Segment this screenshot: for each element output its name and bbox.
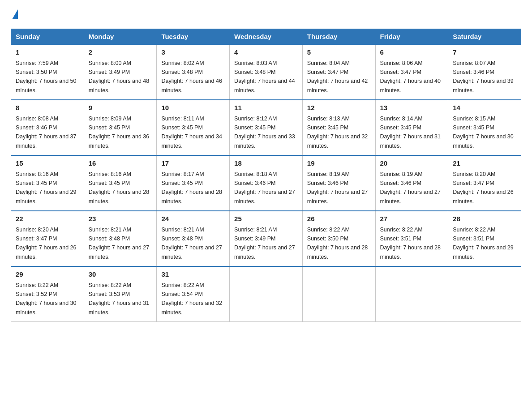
day-info: Sunrise: 8:22 AMSunset: 3:51 PMDaylight:… [380,227,441,260]
day-info: Sunrise: 8:16 AMSunset: 3:45 PMDaylight:… [89,171,150,205]
day-number: 7 [453,47,516,58]
day-number: 17 [161,158,225,169]
day-number: 31 [161,270,225,280]
calendar-cell: 31Sunrise: 8:22 AMSunset: 3:54 PMDayligh… [157,266,230,322]
day-info: Sunrise: 8:07 AMSunset: 3:46 PMDaylight:… [453,60,514,94]
day-number: 29 [16,270,79,280]
day-number: 27 [380,214,444,224]
calendar-cell: 11Sunrise: 8:12 AMSunset: 3:45 PMDayligh… [230,100,303,155]
calendar-cell: 26Sunrise: 8:22 AMSunset: 3:50 PMDayligh… [302,211,375,266]
day-number: 1 [16,47,79,58]
calendar-cell: 8Sunrise: 8:08 AMSunset: 3:46 PMDaylight… [11,100,84,155]
day-info: Sunrise: 8:02 AMSunset: 3:48 PMDaylight:… [161,60,222,94]
calendar-cell: 4Sunrise: 8:03 AMSunset: 3:48 PMDaylight… [230,44,303,100]
calendar-cell: 21Sunrise: 8:20 AMSunset: 3:47 PMDayligh… [448,155,521,211]
col-header-tuesday: Tuesday [157,29,230,45]
col-header-monday: Monday [84,29,157,45]
day-number: 5 [307,47,371,58]
calendar-cell: 15Sunrise: 8:16 AMSunset: 3:45 PMDayligh… [11,155,84,211]
calendar-cell [448,266,521,322]
day-info: Sunrise: 8:14 AMSunset: 3:45 PMDaylight:… [380,116,441,149]
day-number: 19 [307,158,371,169]
day-info: Sunrise: 8:20 AMSunset: 3:47 PMDaylight:… [16,227,77,260]
day-number: 3 [161,47,225,58]
day-info: Sunrise: 8:09 AMSunset: 3:45 PMDaylight:… [89,116,150,149]
calendar-cell: 14Sunrise: 8:15 AMSunset: 3:45 PMDayligh… [448,100,521,155]
day-info: Sunrise: 8:00 AMSunset: 3:49 PMDaylight:… [89,60,150,94]
day-number: 12 [307,103,371,113]
calendar-cell: 18Sunrise: 8:18 AMSunset: 3:46 PMDayligh… [230,155,303,211]
day-info: Sunrise: 8:06 AMSunset: 3:47 PMDaylight:… [380,60,441,94]
col-header-saturday: Saturday [448,29,521,45]
calendar-cell: 3Sunrise: 8:02 AMSunset: 3:48 PMDaylight… [157,44,230,100]
day-info: Sunrise: 8:12 AMSunset: 3:45 PMDaylight:… [234,116,295,149]
day-info: Sunrise: 8:03 AMSunset: 3:48 PMDaylight:… [234,60,295,94]
calendar-cell: 22Sunrise: 8:20 AMSunset: 3:47 PMDayligh… [11,211,84,266]
day-info: Sunrise: 8:17 AMSunset: 3:45 PMDaylight:… [161,171,222,205]
calendar-cell: 17Sunrise: 8:17 AMSunset: 3:45 PMDayligh… [157,155,230,211]
calendar-cell: 20Sunrise: 8:19 AMSunset: 3:46 PMDayligh… [375,155,448,211]
col-header-thursday: Thursday [302,29,375,45]
calendar-cell: 24Sunrise: 8:21 AMSunset: 3:48 PMDayligh… [157,211,230,266]
col-header-friday: Friday [375,29,448,45]
day-number: 28 [453,214,516,224]
day-number: 23 [89,214,152,224]
calendar-cell: 2Sunrise: 8:00 AMSunset: 3:49 PMDaylight… [84,44,157,100]
calendar-cell [230,266,303,322]
calendar-cell: 19Sunrise: 8:19 AMSunset: 3:46 PMDayligh… [302,155,375,211]
day-info: Sunrise: 8:16 AMSunset: 3:45 PMDaylight:… [16,171,77,205]
calendar-cell: 29Sunrise: 8:22 AMSunset: 3:52 PMDayligh… [11,266,84,322]
col-header-wednesday: Wednesday [230,29,303,45]
day-info: Sunrise: 8:21 AMSunset: 3:48 PMDaylight:… [161,227,222,260]
calendar-cell: 7Sunrise: 8:07 AMSunset: 3:46 PMDaylight… [448,44,521,100]
day-number: 2 [89,47,152,58]
day-info: Sunrise: 8:20 AMSunset: 3:47 PMDaylight:… [453,171,514,205]
day-number: 13 [380,103,444,113]
day-number: 4 [234,47,298,58]
calendar-cell: 9Sunrise: 8:09 AMSunset: 3:45 PMDaylight… [84,100,157,155]
day-number: 15 [16,158,79,169]
calendar-cell: 1Sunrise: 7:59 AMSunset: 3:50 PMDaylight… [11,44,84,100]
day-number: 9 [89,103,152,113]
day-info: Sunrise: 8:08 AMSunset: 3:46 PMDaylight:… [16,116,77,149]
day-info: Sunrise: 8:22 AMSunset: 3:52 PMDaylight:… [16,282,77,316]
calendar-cell: 30Sunrise: 8:22 AMSunset: 3:53 PMDayligh… [84,266,157,322]
logo [11,11,18,21]
page-header [11,11,521,21]
day-number: 25 [234,214,298,224]
day-number: 10 [161,103,225,113]
calendar-cell: 5Sunrise: 8:04 AMSunset: 3:47 PMDaylight… [302,44,375,100]
calendar-cell [302,266,375,322]
day-number: 22 [16,214,79,224]
day-number: 20 [380,158,444,169]
day-number: 11 [234,103,298,113]
day-number: 18 [234,158,298,169]
calendar-cell: 25Sunrise: 8:21 AMSunset: 3:49 PMDayligh… [230,211,303,266]
day-info: Sunrise: 8:15 AMSunset: 3:45 PMDaylight:… [453,116,514,149]
day-number: 6 [380,47,444,58]
day-number: 8 [16,103,79,113]
calendar-cell: 13Sunrise: 8:14 AMSunset: 3:45 PMDayligh… [375,100,448,155]
day-number: 26 [307,214,371,224]
calendar-table: SundayMondayTuesdayWednesdayThursdayFrid… [11,29,521,322]
calendar-cell: 28Sunrise: 8:22 AMSunset: 3:51 PMDayligh… [448,211,521,266]
calendar-cell: 10Sunrise: 8:11 AMSunset: 3:45 PMDayligh… [157,100,230,155]
day-info: Sunrise: 7:59 AMSunset: 3:50 PMDaylight:… [16,60,77,94]
day-info: Sunrise: 8:22 AMSunset: 3:50 PMDaylight:… [307,227,368,260]
day-info: Sunrise: 8:19 AMSunset: 3:46 PMDaylight:… [380,171,441,205]
calendar-cell: 6Sunrise: 8:06 AMSunset: 3:47 PMDaylight… [375,44,448,100]
day-info: Sunrise: 8:13 AMSunset: 3:45 PMDaylight:… [307,116,368,149]
day-info: Sunrise: 8:18 AMSunset: 3:46 PMDaylight:… [234,171,295,205]
day-info: Sunrise: 8:04 AMSunset: 3:47 PMDaylight:… [307,60,368,94]
calendar-cell [375,266,448,322]
day-number: 14 [453,103,516,113]
day-info: Sunrise: 8:19 AMSunset: 3:46 PMDaylight:… [307,171,368,205]
calendar-header-row: SundayMondayTuesdayWednesdayThursdayFrid… [11,29,521,45]
week-row-5: 29Sunrise: 8:22 AMSunset: 3:52 PMDayligh… [11,266,521,322]
day-number: 21 [453,158,516,169]
day-info: Sunrise: 8:22 AMSunset: 3:53 PMDaylight:… [89,282,150,316]
col-header-sunday: Sunday [11,29,84,45]
day-number: 24 [161,214,225,224]
day-info: Sunrise: 8:22 AMSunset: 3:54 PMDaylight:… [161,282,222,316]
week-row-3: 15Sunrise: 8:16 AMSunset: 3:45 PMDayligh… [11,155,521,211]
